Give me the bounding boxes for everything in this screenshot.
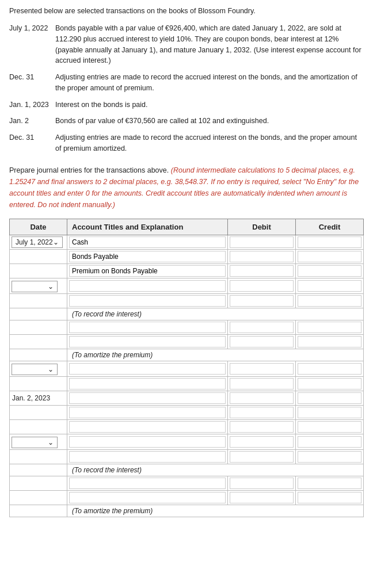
credit-input[interactable]	[298, 236, 361, 248]
debit-input[interactable]	[230, 492, 294, 503]
table-row	[10, 293, 364, 308]
credit-input[interactable]	[298, 478, 361, 489]
debit-input[interactable]	[230, 478, 294, 489]
credit-cell	[296, 293, 364, 308]
table-row	[10, 405, 364, 419]
credit-cell	[296, 449, 364, 464]
transaction-date-3: Jan. 1, 2023	[9, 100, 55, 110]
credit-input[interactable]	[298, 280, 361, 292]
debit-cell	[228, 334, 296, 349]
credit-input[interactable]	[298, 295, 361, 307]
account-cell	[67, 249, 228, 264]
transaction-desc-1: Bonds payable with a par value of €926,4…	[55, 23, 364, 66]
credit-input[interactable]	[298, 421, 361, 433]
credit-cell	[296, 391, 364, 405]
credit-input[interactable]	[298, 322, 361, 333]
credit-input[interactable]	[298, 451, 361, 463]
credit-input[interactable]	[298, 251, 361, 262]
table-row: Jan. 2, 2023	[10, 391, 364, 405]
debit-input[interactable]	[230, 236, 294, 248]
note-text-amortize: (To amortize the premium)	[67, 349, 364, 361]
date-cell-empty	[10, 419, 67, 434]
credit-cell	[296, 490, 364, 505]
note-date-empty	[10, 308, 67, 320]
debit-input[interactable]	[230, 363, 294, 375]
debit-input[interactable]	[230, 280, 294, 292]
credit-input[interactable]	[298, 265, 361, 277]
account-input[interactable]	[69, 265, 226, 277]
date-cell-empty	[10, 476, 67, 490]
credit-input[interactable]	[298, 492, 361, 503]
credit-cell	[296, 434, 364, 449]
credit-input[interactable]	[298, 336, 361, 348]
credit-cell	[296, 376, 364, 391]
chevron-down-icon: ⌄	[53, 238, 59, 246]
account-input[interactable]	[69, 407, 226, 418]
instructions: Prepare journal entries for the transact…	[9, 165, 364, 211]
note-text-amortize-2: (To amortize the premium)	[67, 505, 364, 517]
debit-input[interactable]	[230, 436, 294, 448]
date-cell-empty	[10, 376, 67, 391]
date-dropdown-3[interactable]: ⌄	[12, 364, 58, 375]
debit-input[interactable]	[230, 336, 294, 348]
account-cell	[67, 235, 228, 249]
credit-cell	[296, 278, 364, 293]
debit-cell	[228, 278, 296, 293]
debit-cell	[228, 361, 296, 376]
debit-cell	[228, 293, 296, 308]
table-row	[10, 320, 364, 334]
debit-input[interactable]	[230, 378, 294, 390]
account-input[interactable]	[69, 363, 226, 375]
transaction-row: July 1, 2022 Bonds payable with a par va…	[9, 23, 364, 66]
date-cell-empty	[10, 405, 67, 419]
transaction-row: Jan. 2 Bonds of par value of €370,560 ar…	[9, 116, 364, 127]
account-input[interactable]	[69, 392, 226, 404]
credit-input[interactable]	[298, 363, 361, 375]
date-dropdown-5[interactable]: ⌄	[12, 437, 58, 448]
account-input[interactable]	[69, 336, 226, 348]
table-row	[10, 419, 364, 434]
account-cell	[67, 376, 228, 391]
account-input[interactable]	[69, 478, 226, 489]
account-cell	[67, 334, 228, 349]
account-input[interactable]	[69, 378, 226, 390]
table-row	[10, 334, 364, 349]
note-date-empty	[10, 464, 67, 476]
note-row-amortize: (To amortize the premium)	[10, 349, 364, 361]
debit-cell	[228, 320, 296, 334]
account-input[interactable]	[69, 492, 226, 503]
debit-input[interactable]	[230, 451, 294, 463]
account-input[interactable]	[69, 322, 226, 333]
date-cell-3: ⌄	[10, 361, 67, 376]
date-cell-1: July 1, 2022 ⌄	[10, 235, 67, 249]
credit-input[interactable]	[298, 407, 361, 418]
debit-input[interactable]	[230, 392, 294, 404]
table-row: ⌄	[10, 434, 364, 449]
debit-input[interactable]	[230, 251, 294, 262]
note-text-2: (To record the interest)	[67, 464, 364, 476]
account-cell	[67, 434, 228, 449]
credit-cell	[296, 419, 364, 434]
table-row	[10, 449, 364, 464]
account-input[interactable]	[69, 295, 226, 307]
debit-input[interactable]	[230, 322, 294, 333]
account-input[interactable]	[69, 236, 226, 248]
date-dropdown-1[interactable]: July 1, 2022 ⌄	[12, 236, 63, 248]
account-input[interactable]	[69, 421, 226, 433]
debit-input[interactable]	[230, 265, 294, 277]
debit-input[interactable]	[230, 407, 294, 418]
debit-cell	[228, 419, 296, 434]
account-input[interactable]	[69, 451, 226, 463]
credit-input[interactable]	[298, 392, 361, 404]
credit-input[interactable]	[298, 436, 361, 448]
account-input[interactable]	[69, 436, 226, 448]
date-dropdown-extra[interactable]: ⌄	[12, 281, 58, 292]
credit-input[interactable]	[298, 378, 361, 390]
account-input[interactable]	[69, 251, 226, 262]
debit-cell	[228, 449, 296, 464]
debit-cell	[228, 264, 296, 278]
date-cell-4: Jan. 2, 2023	[10, 391, 67, 405]
account-input[interactable]	[69, 280, 226, 292]
debit-input[interactable]	[230, 421, 294, 433]
debit-input[interactable]	[230, 295, 294, 307]
